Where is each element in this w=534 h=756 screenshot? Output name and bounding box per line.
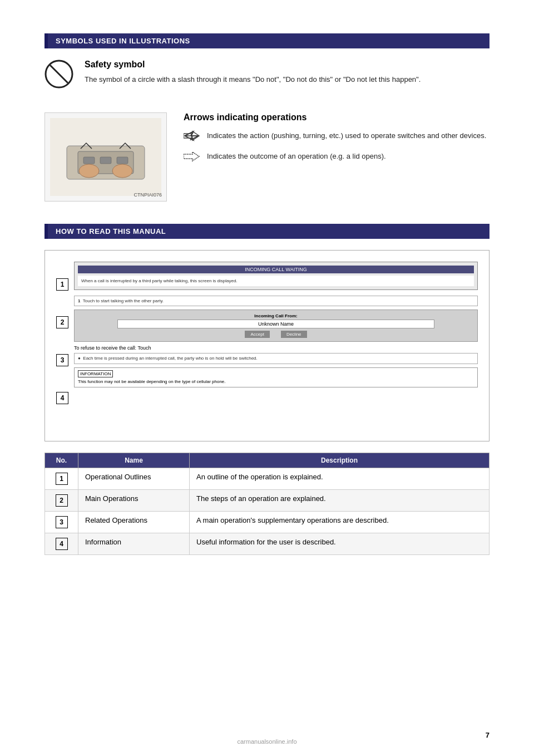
svg-rect-6 (100, 157, 111, 164)
svg-point-8 (79, 164, 99, 178)
num-badge-2: 2 (56, 316, 68, 328)
svg-point-9 (112, 164, 132, 178)
diagram-content: INCOMING CALL WAITING When a call is int… (74, 262, 478, 430)
car-image-box: CTNPIAI076 (44, 112, 167, 202)
table-cell-num: 3 (45, 512, 78, 533)
step3-content: Each time is pressed during an interrupt… (83, 356, 258, 361)
diagram-numbers: 1 2 3 4 (56, 262, 68, 430)
row-num-1: 1 (56, 473, 68, 485)
screen-text1: When a call is interrupted by a third pa… (81, 278, 238, 283)
how-to-section: HOW TO READ THIS MANUAL 1 2 3 4 INCOMING… (44, 224, 490, 555)
arrows-text-block: Arrows indicating operations Indicates t… (184, 112, 490, 202)
arrows-title: Arrows indicating operations (184, 112, 490, 122)
table-cell-name: Main Operations (78, 490, 190, 512)
step3-text: ● Each time is pressed during an interru… (74, 353, 478, 364)
watermark: carmanualsonline.info (0, 738, 534, 745)
table-row: 2Main OperationsThe steps of an operatio… (45, 490, 490, 512)
diagram-inner: 1 2 3 4 INCOMING CALL WAITING When a cal… (56, 262, 478, 430)
how-to-header: HOW TO READ THIS MANUAL (44, 224, 490, 239)
call-name: Unknown Name (117, 320, 434, 328)
step1-number: 1 (78, 298, 80, 303)
table-row: 1Operational OutlinesAn outline of the o… (45, 468, 490, 490)
table-row: 3Related OperationsA main operation's su… (45, 512, 490, 533)
row-num-2: 2 (56, 494, 68, 507)
table-cell-description: The steps of an operation are explained. (190, 490, 490, 512)
col-header-no: No. (45, 453, 78, 468)
decline-btn: Decline (281, 331, 307, 338)
call-buttons: Accept Decline (78, 331, 474, 338)
svg-rect-5 (83, 157, 95, 164)
safety-title: Safety symbol (85, 60, 421, 70)
arrow-action-icon (184, 130, 200, 143)
screen-mockup: INCOMING CALL WAITING When a call is int… (74, 262, 478, 290)
call-box: Incoming Call From: Unknown Name Accept … (74, 310, 478, 342)
step1-text: 1 Touch to start talking with the other … (74, 296, 478, 306)
symbols-section: SYMBOLS USED IN ILLUSTRATIONS Safety sym… (44, 33, 490, 90)
safety-content: Safety symbol The symbol of a circle wit… (44, 60, 490, 90)
table-cell-num: 4 (45, 533, 78, 555)
table-cell-name: Operational Outlines (78, 468, 190, 490)
symbols-header-text: SYMBOLS USED IN ILLUSTRATIONS (56, 37, 190, 45)
safety-description: The symbol of a circle with a slash thro… (85, 74, 421, 86)
call-from-label: Incoming Call From: (78, 313, 474, 318)
table-cell-description: An outline of the operation is explained… (190, 468, 490, 490)
table-row: 4InformationUseful information for the u… (45, 533, 490, 555)
col-header-name: Name (78, 453, 190, 468)
num-badge-4: 4 (56, 392, 68, 404)
arrow-outcome-icon (184, 151, 200, 164)
refuse-text: To refuse to receive the call: Touch (74, 345, 478, 351)
svg-rect-7 (117, 157, 128, 164)
table-cell-name: Information (78, 533, 190, 555)
how-to-header-text: HOW TO READ THIS MANUAL (56, 227, 166, 235)
table-cell-name: Related Operations (78, 512, 190, 533)
table-cell-description: Useful information for the user is descr… (190, 533, 490, 555)
num-badge-3: 3 (56, 354, 68, 366)
info-label: INFORMATION (78, 370, 113, 377)
step3-bullet: ● (78, 356, 81, 361)
col-header-description: Description (190, 453, 490, 468)
step1-content: Touch to start talking with the other pa… (83, 298, 164, 303)
info-box: INFORMATION This function may not be ava… (74, 367, 478, 387)
arrow-item-1: Indicates the action (pushing, turning, … (184, 130, 490, 143)
diagram-box: 1 2 3 4 INCOMING CALL WAITING When a cal… (44, 250, 490, 441)
page-container: SYMBOLS USED IN ILLUSTRATIONS Safety sym… (0, 0, 534, 756)
arrow-item-1-text: Indicates the action (pushing, turning, … (207, 130, 486, 142)
svg-line-1 (50, 65, 68, 83)
arrows-section: CTNPIAI076 Arrows indicating operations … (44, 112, 490, 202)
table-cell-num: 1 (45, 468, 78, 490)
row-num-4: 4 (56, 538, 68, 550)
symbols-header: SYMBOLS USED IN ILLUSTRATIONS (44, 33, 490, 48)
accept-btn: Accept (245, 331, 269, 338)
screen-body-1: When a call is interrupted by a third pa… (78, 276, 474, 286)
arrow-item-2-text: Indicates the outcome of an operation (e… (207, 151, 386, 163)
num-badge-1: 1 (56, 278, 68, 291)
safety-text-block: Safety symbol The symbol of a circle wit… (85, 60, 421, 86)
info-text: This function may not be available depen… (78, 379, 474, 385)
table-cell-description: A main operation's supplementary operati… (190, 512, 490, 533)
row-num-3: 3 (56, 516, 68, 528)
screen-header: INCOMING CALL WAITING (78, 266, 474, 273)
no-symbol-icon (44, 60, 73, 90)
arrow-item-2: Indicates the outcome of an operation (e… (184, 151, 490, 164)
operations-table: No. Name Description 1Operational Outlin… (44, 453, 490, 555)
table-header-row: No. Name Description (45, 453, 490, 468)
image-caption: CTNPIAI076 (134, 192, 162, 198)
table-cell-num: 2 (45, 490, 78, 512)
